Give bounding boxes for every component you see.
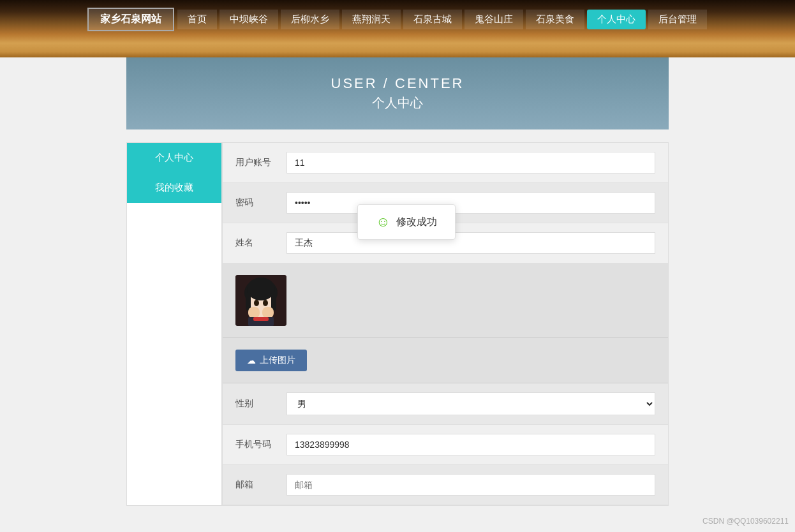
nav-brand[interactable]: 家乡石泉网站 [87,8,174,31]
gender-row: 性别 男 女 [223,383,668,425]
upload-row: ☁ 上传图片 [223,338,668,383]
svg-rect-13 [253,317,269,321]
nav-item-首页[interactable]: 首页 [177,10,217,29]
upload-button[interactable]: ☁ 上传图片 [235,350,307,371]
phone-input[interactable] [286,434,655,455]
avatar-image [235,275,286,326]
page-title-zh: 个人中心 [126,94,669,112]
svg-rect-5 [246,293,251,311]
sidebar: 个人中心 我的收藏 [126,142,222,506]
name-label: 姓名 [235,237,286,249]
name-input[interactable] [286,232,655,254]
username-row: 用户账号 [223,143,668,183]
svg-point-8 [263,300,268,306]
navbar: 家乡石泉网站 首页中坝峡谷后柳水乡燕翔涧天石泉古城鬼谷山庄石泉美食个人中心后台管… [0,0,795,39]
email-label: 邮箱 [235,479,286,491]
page-title-en: USER / CENTER [126,75,669,92]
nav-item-石泉古城[interactable]: 石泉古城 [403,10,462,29]
svg-point-7 [254,300,259,306]
svg-point-4 [247,277,275,300]
upload-icon: ☁ [247,355,256,366]
phone-row: 手机号码 [223,425,668,465]
email-row: 邮箱 [223,465,668,505]
nav-item-鬼谷山庄[interactable]: 鬼谷山庄 [464,10,523,29]
svg-rect-10 [248,307,260,318]
nav-item-个人中心[interactable]: 个人中心 [587,10,646,29]
content-area: 用户账号 密码 姓名 [222,142,669,506]
gender-label: 性别 [235,398,286,410]
header: 家乡石泉网站 首页中坝峡谷后柳水乡燕翔涧天石泉古城鬼谷山庄石泉美食个人中心后台管… [0,0,795,57]
nav-item-石泉美食[interactable]: 石泉美食 [526,10,584,29]
page-title-section: USER / CENTER 个人中心 [0,57,795,129]
username-label: 用户账号 [235,157,286,168]
gender-select[interactable]: 男 女 [286,392,655,415]
avatar [235,275,286,326]
username-input[interactable] [286,152,655,174]
nav-item-后台管理[interactable]: 后台管理 [648,10,707,29]
nav-item-中坝峡谷[interactable]: 中坝峡谷 [219,10,278,29]
password-input[interactable] [286,192,655,214]
password-label: 密码 [235,197,286,209]
main-layout: 个人中心 我的收藏 用户账号 密码 姓名 [0,142,795,506]
phone-label: 手机号码 [235,439,286,450]
sidebar-item-personal-center[interactable]: 个人中心 [127,143,221,173]
nav-item-后柳水乡[interactable]: 后柳水乡 [281,10,339,29]
toast-text: 修改成功 [396,216,437,229]
nav-item-燕翔涧天[interactable]: 燕翔涧天 [342,10,401,29]
svg-rect-11 [262,307,274,318]
svg-rect-6 [271,293,276,311]
toast-message: ☺ 修改成功 [357,204,456,240]
avatar-row [223,263,668,338]
sidebar-item-favorites[interactable]: 我的收藏 [127,173,221,203]
email-input[interactable] [286,474,655,496]
toast-icon: ☺ [376,214,390,230]
